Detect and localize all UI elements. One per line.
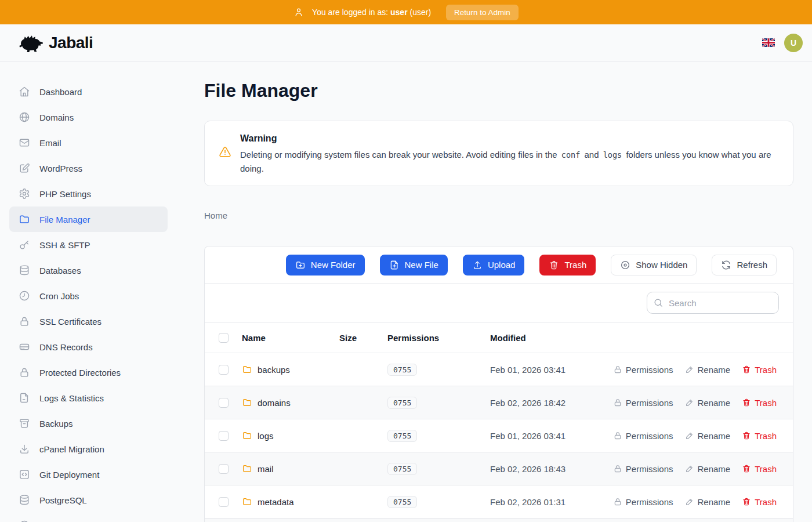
rename-action[interactable]: Rename <box>685 464 731 474</box>
table-row: logs0755Feb 01, 2026 03:41PermissionsRen… <box>205 419 793 452</box>
sidebar-item-php-settings[interactable]: PHP Settings <box>9 181 168 206</box>
table-row: metadata0755Feb 02, 2026 01:31Permission… <box>205 485 793 519</box>
trash-action[interactable]: Trash <box>742 497 777 507</box>
search-icon <box>653 298 664 308</box>
sidebar-item-ssl-certificates[interactable]: SSL Certificates <box>9 309 168 334</box>
permissions-action[interactable]: Permissions <box>613 398 673 408</box>
sidebar-item-email[interactable]: Email <box>9 130 168 155</box>
sidebar-item-label: PostgreSQL <box>39 495 87 505</box>
sidebar-item-backups[interactable]: Backups <box>9 411 168 436</box>
sidebar-item-cpanel-migration[interactable]: cPanel Migration <box>9 436 168 462</box>
return-to-admin-button[interactable]: Return to Admin <box>446 5 519 20</box>
file-modified: Feb 02, 2026 18:43 <box>490 464 613 474</box>
lock-icon <box>613 365 622 374</box>
sidebar-item-label: PHP Settings <box>39 189 91 199</box>
trash-icon <box>742 431 751 440</box>
file-name[interactable]: backups <box>258 365 290 375</box>
sidebar-item-ssh-sftp[interactable]: SSH & SFTP <box>9 232 168 258</box>
sidebar-item-git-deployment[interactable]: Git Deployment <box>9 462 168 487</box>
sidebar-item-dns-records[interactable]: DNS Records <box>9 334 168 360</box>
warning-triangle-icon <box>219 146 231 158</box>
sidebar-item-postgresql[interactable]: PostgreSQL <box>9 487 168 513</box>
pencil-icon <box>685 365 694 374</box>
permissions-action[interactable]: Permissions <box>613 365 673 375</box>
search-row <box>205 284 793 322</box>
file-name[interactable]: domains <box>258 398 291 408</box>
row-checkbox[interactable] <box>219 398 229 408</box>
mail-icon <box>19 137 30 148</box>
trash-icon <box>742 365 751 374</box>
sidebar-item-label: File Manager <box>39 215 90 224</box>
sidebar-item-logs-statistics[interactable]: Logs & Statistics <box>9 385 168 411</box>
rename-action[interactable]: Rename <box>685 398 731 408</box>
sidebar-item-wordpress[interactable]: WordPress <box>9 155 168 181</box>
folder-icon <box>242 496 252 507</box>
trash-action[interactable]: Trash <box>742 398 777 408</box>
folder-icon <box>242 364 252 375</box>
breadcrumb: Home <box>204 211 793 220</box>
sidebar-item-file-manager[interactable]: File Manager <box>9 206 168 232</box>
column-permissions: Permissions <box>387 333 490 343</box>
sidebar-item-label: Logs & Statistics <box>39 393 104 403</box>
new-file-button[interactable]: New File <box>380 255 448 276</box>
brand-logo[interactable]: Jabali <box>17 32 93 54</box>
permissions-action[interactable]: Permissions <box>613 497 673 507</box>
upload-button[interactable]: Upload <box>463 255 525 276</box>
row-checkbox[interactable] <box>219 365 229 375</box>
edit-icon <box>19 162 30 174</box>
search-input[interactable] <box>647 292 779 314</box>
main-content: File Manager Warning Deleting or modifyi… <box>177 61 812 522</box>
permissions-action[interactable]: Permissions <box>613 464 673 474</box>
file-modified: Feb 01, 2026 03:41 <box>490 431 613 441</box>
file-name[interactable]: metadata <box>258 497 294 507</box>
permissions-badge: 0755 <box>387 364 417 376</box>
rename-action[interactable]: Rename <box>685 365 731 375</box>
user-icon <box>293 7 304 17</box>
row-checkbox[interactable] <box>219 431 229 441</box>
file-name[interactable]: mail <box>258 464 274 474</box>
column-name: Name <box>242 333 339 343</box>
sidebar-item-label: Cron Jobs <box>39 291 79 301</box>
trash-action[interactable]: Trash <box>742 365 777 375</box>
sidebar-item-databases[interactable]: Databases <box>9 258 168 283</box>
sidebar-item-label: DNS Records <box>39 342 93 352</box>
row-checkbox[interactable] <box>219 497 229 507</box>
code-icon <box>19 469 30 480</box>
language-flag-icon[interactable] <box>762 38 775 47</box>
permissions-action[interactable]: Permissions <box>613 431 673 441</box>
circle-dot-icon <box>620 260 630 270</box>
user-avatar[interactable]: U <box>784 34 803 52</box>
breadcrumb-home[interactable]: Home <box>204 211 227 220</box>
sidebar-item-partial[interactable] <box>9 513 168 522</box>
sidebar-item-label: Dashboard <box>39 87 82 97</box>
column-size: Size <box>339 333 387 343</box>
show-hidden-button[interactable]: Show Hidden <box>611 255 697 276</box>
pencil-icon <box>685 431 694 440</box>
trash-action[interactable]: Trash <box>742 464 777 474</box>
file-name[interactable]: logs <box>258 431 274 441</box>
sidebar-item-domains[interactable]: Domains <box>9 104 168 130</box>
rename-action[interactable]: Rename <box>685 497 731 507</box>
database-icon <box>19 264 30 276</box>
row-checkbox[interactable] <box>219 464 229 474</box>
database-icon <box>19 494 30 506</box>
sidebar-item-cron-jobs[interactable]: Cron Jobs <box>9 283 168 309</box>
sidebar-item-label: WordPress <box>39 164 82 173</box>
select-all-checkbox[interactable] <box>219 333 229 343</box>
key-icon <box>19 239 30 251</box>
permissions-badge: 0755 <box>387 430 417 442</box>
rename-action[interactable]: Rename <box>685 431 731 441</box>
trash-icon <box>742 398 751 407</box>
folder-icon <box>19 213 30 225</box>
new-folder-button[interactable]: New Folder <box>286 255 365 276</box>
folder-icon <box>242 463 252 474</box>
sidebar-item-label: Email <box>39 138 61 148</box>
trash-button[interactable]: Trash <box>539 255 596 276</box>
sidebar-item-dashboard[interactable]: Dashboard <box>9 79 168 104</box>
server-icon <box>19 341 30 353</box>
sidebar-item-protected-directories[interactable]: Protected Directories <box>9 360 168 385</box>
file-table-body: backups0755Feb 01, 2026 03:41Permissions… <box>205 353 793 522</box>
lock-icon <box>19 316 30 327</box>
trash-action[interactable]: Trash <box>742 431 777 441</box>
refresh-button[interactable]: Refresh <box>712 255 777 276</box>
